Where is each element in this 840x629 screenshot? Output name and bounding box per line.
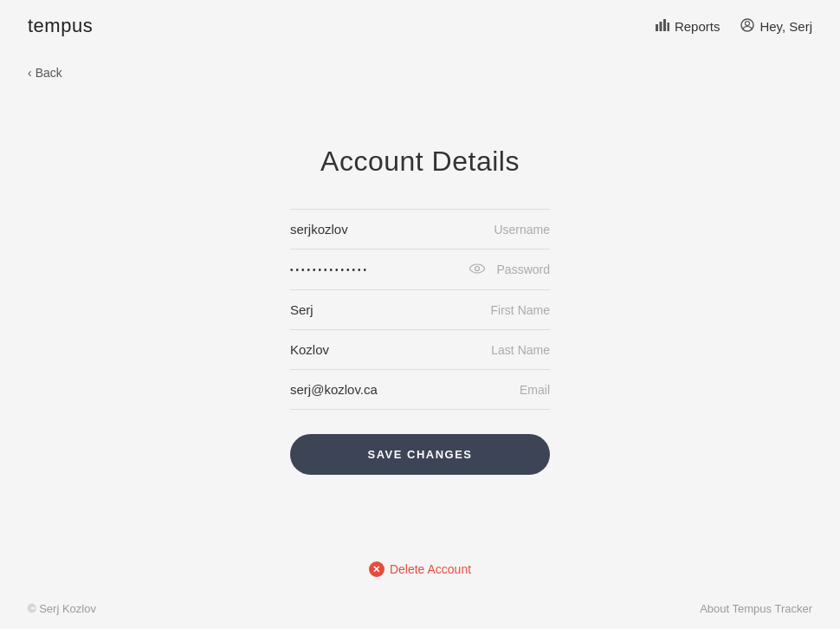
username-field[interactable]: serjkozlov Username: [290, 209, 550, 250]
svg-rect-2: [663, 19, 666, 31]
username-value: serjkozlov: [290, 222, 487, 237]
back-arrow-icon: ‹: [28, 66, 32, 80]
svg-rect-3: [667, 23, 669, 31]
copyright: © Serj Kozlov: [28, 602, 96, 615]
delete-icon: ✕: [369, 561, 384, 577]
password-value: ••••••••••••••: [290, 265, 469, 275]
back-section: ‹ Back: [0, 52, 840, 94]
account-form: serjkozlov Username •••••••••••••• Passw…: [290, 209, 550, 410]
bar-chart-icon: [656, 19, 669, 34]
user-greeting: Hey, Serj: [759, 19, 812, 34]
back-button[interactable]: ‹ Back: [28, 66, 62, 80]
email-field[interactable]: serj@kozlov.ca Email: [290, 370, 550, 410]
email-value: serj@kozlov.ca: [290, 382, 513, 397]
reports-label: Reports: [675, 19, 720, 34]
back-label: Back: [36, 66, 62, 80]
lastname-value: Kozlov: [290, 342, 484, 357]
page-title: Account Details: [320, 146, 520, 178]
reports-link[interactable]: Reports: [656, 19, 720, 34]
svg-point-5: [746, 21, 750, 25]
lastname-label: Last Name: [491, 343, 550, 357]
firstname-field[interactable]: Serj First Name: [290, 290, 550, 330]
save-changes-button[interactable]: SAVE CHANGES: [290, 434, 550, 475]
header-right: Reports Hey, Serj: [656, 18, 812, 35]
about-link[interactable]: About Tempus Tracker: [700, 602, 812, 615]
svg-rect-1: [659, 22, 662, 31]
eye-icon[interactable]: [469, 262, 485, 277]
logo: tempus: [28, 15, 93, 37]
lastname-field[interactable]: Kozlov Last Name: [290, 330, 550, 370]
username-label: Username: [494, 223, 550, 237]
user-link[interactable]: Hey, Serj: [740, 18, 812, 35]
footer: © Serj Kozlov About Tempus Tracker: [0, 588, 840, 629]
svg-point-6: [475, 267, 479, 271]
delete-account-label: Delete Account: [390, 562, 471, 576]
user-icon: [740, 18, 754, 35]
header: tempus Reports Hey, Serj: [0, 0, 840, 52]
main-content: Account Details serjkozlov Username ••••…: [0, 94, 840, 577]
password-label: Password: [497, 263, 550, 276]
password-field[interactable]: •••••••••••••• Password: [290, 250, 550, 290]
email-label: Email: [520, 383, 550, 397]
svg-rect-0: [656, 24, 658, 31]
delete-account-section[interactable]: ✕ Delete Account: [369, 561, 471, 577]
firstname-value: Serj: [290, 302, 484, 317]
firstname-label: First Name: [491, 303, 550, 317]
